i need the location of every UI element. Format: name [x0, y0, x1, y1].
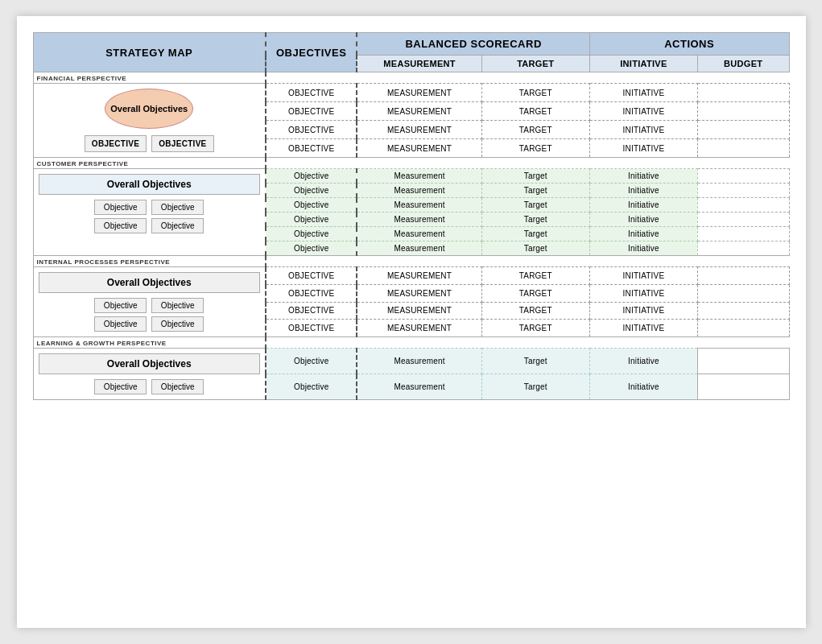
financial-row3-budget: [697, 121, 789, 139]
customer-row1-budget: [697, 169, 789, 184]
internal-row2-init: INITIATIVE: [589, 284, 697, 302]
financial-row1-tgt: TARGET: [481, 84, 589, 102]
customer-label: CUSTOMER PERSPECTIVE: [33, 158, 266, 169]
customer-row2-tgt: Target: [481, 184, 589, 198]
learning-row2-budget: [697, 374, 789, 400]
internal-row3-tgt: TARGET: [481, 302, 589, 320]
customer-obj-r1c2: Objective: [151, 200, 204, 215]
page: STRATEGY MAP OBJECTIVES BALANCED SCORECA…: [17, 16, 806, 628]
financial-row2-meas: MEASUREMENT: [357, 102, 481, 121]
internal-row4-init: INITIATIVE: [589, 320, 697, 337]
financial-row4-meas: MEASUREMENT: [357, 139, 481, 158]
customer-row5-meas: Measurement: [357, 227, 481, 242]
actions-header: ACTIONS: [589, 33, 789, 56]
financial-row2-obj: OBJECTIVE: [266, 102, 357, 121]
financial-row2-tgt: TARGET: [481, 102, 589, 121]
financial-row4-obj: OBJECTIVE: [266, 139, 357, 158]
customer-row6-budget: [697, 242, 789, 256]
internal-row4-tgt: TARGET: [481, 320, 589, 337]
internal-row2-budget: [697, 284, 789, 302]
customer-row3-tgt: Target: [481, 198, 589, 213]
financial-row3-tgt: TARGET: [481, 121, 589, 139]
strategy-map-header: STRATEGY MAP: [33, 33, 266, 72]
internal-row4-obj: OBJECTIVE: [266, 320, 357, 337]
financial-row3-obj: OBJECTIVE: [266, 121, 357, 139]
financial-row2-init: INITIATIVE: [589, 102, 697, 121]
customer-row5-init: Initiative: [589, 227, 697, 242]
learning-overall-box: Overall Objectives: [39, 353, 260, 374]
learning-obj-r1c1: Objective: [94, 379, 147, 394]
customer-row3-meas: Measurement: [357, 198, 481, 213]
learning-row1-budget: [697, 349, 789, 374]
learning-obj-r1c2: Objective: [151, 379, 204, 394]
customer-row6-meas: Measurement: [357, 242, 481, 256]
balanced-scorecard-header: BALANCED SCORECARD: [357, 33, 589, 56]
learning-row2-init: Initiative: [589, 374, 697, 400]
customer-row5-tgt: Target: [481, 227, 589, 242]
learning-label: LEARNING & GROWTH PERSPECTIVE: [33, 337, 266, 349]
customer-row5-budget: [697, 227, 789, 242]
financial-row2-budget: [697, 102, 789, 121]
financial-strategy-cell: Overall Objectives OBJECTIVE OBJECTIVE: [33, 84, 266, 158]
financial-row1-init: INITIATIVE: [589, 84, 697, 102]
financial-row1-budget: [697, 84, 789, 102]
strategy-table: STRATEGY MAP OBJECTIVES BALANCED SCORECA…: [33, 32, 790, 400]
customer-row2-budget: [697, 184, 789, 198]
customer-row1-tgt: Target: [481, 169, 589, 184]
customer-obj-r2c2: Objective: [151, 218, 204, 233]
financial-row3-meas: MEASUREMENT: [357, 121, 481, 139]
internal-row1-tgt: TARGET: [481, 267, 589, 285]
learning-row2-meas: Measurement: [357, 374, 481, 400]
customer-row2-init: Initiative: [589, 184, 697, 198]
customer-row1-meas: Measurement: [357, 169, 481, 184]
internal-row4-budget: [697, 320, 789, 337]
learning-row1-obj: Objective: [266, 349, 357, 374]
customer-overall-box: Overall Objectives: [39, 174, 260, 195]
internal-overall-box: Overall Objectives: [39, 272, 260, 293]
customer-row2-obj: Objective: [266, 184, 357, 198]
internal-row1-init: INITIATIVE: [589, 267, 697, 285]
budget-header: BUDGET: [697, 56, 789, 72]
customer-row4-meas: Measurement: [357, 213, 481, 227]
internal-obj-r2c2: Objective: [151, 316, 204, 332]
internal-row3-budget: [697, 302, 789, 320]
initiative-header: INITIATIVE: [589, 56, 697, 72]
financial-row4-budget: [697, 139, 789, 158]
customer-obj-r1c1: Objective: [94, 200, 147, 215]
objectives-header: OBJECTIVES: [266, 33, 357, 72]
internal-row2-obj: OBJECTIVE: [266, 284, 357, 302]
internal-obj-r2c1: Objective: [94, 316, 147, 332]
internal-row4-meas: MEASUREMENT: [357, 320, 481, 337]
internal-row1-obj: OBJECTIVE: [266, 267, 357, 285]
customer-row1-init: Initiative: [589, 169, 697, 184]
customer-strategy-cell: Overall Objectives Objective Objective O…: [33, 169, 266, 256]
customer-row3-budget: [697, 198, 789, 213]
internal-row1-budget: [697, 267, 789, 285]
target-header: TARGET: [481, 56, 589, 72]
customer-obj-r2c1: Objective: [94, 218, 147, 233]
internal-row3-meas: MEASUREMENT: [357, 302, 481, 320]
financial-label: FINANCIAL PERSPECTIVE: [33, 72, 266, 84]
financial-row1-obj: OBJECTIVE: [266, 84, 357, 102]
customer-row4-tgt: Target: [481, 213, 589, 227]
customer-row4-obj: Objective: [266, 213, 357, 227]
customer-row6-init: Initiative: [589, 242, 697, 256]
financial-row1-meas: MEASUREMENT: [357, 84, 481, 102]
internal-obj-r1c1: Objective: [94, 298, 147, 313]
financial-row3-init: INITIATIVE: [589, 121, 697, 139]
internal-row1-meas: MEASUREMENT: [357, 267, 481, 285]
internal-row3-init: INITIATIVE: [589, 302, 697, 320]
customer-row6-tgt: Target: [481, 242, 589, 256]
learning-row2-tgt: Target: [481, 374, 589, 400]
internal-row2-meas: MEASUREMENT: [357, 284, 481, 302]
learning-row1-init: Initiative: [589, 349, 697, 374]
financial-overall-oval: Overall Objectives: [105, 89, 193, 129]
internal-row2-tgt: TARGET: [481, 284, 589, 302]
internal-label: INTERNAL PROCESSES PERSPECTIVE: [33, 256, 266, 267]
financial-row4-init: INITIATIVE: [589, 139, 697, 158]
customer-row6-obj: Objective: [266, 242, 357, 256]
measurement-header: MEASUREMENT: [357, 56, 481, 72]
learning-strategy-cell: Overall Objectives Objective Objective: [33, 349, 266, 400]
financial-obj1: OBJECTIVE: [85, 135, 147, 152]
learning-row1-tgt: Target: [481, 349, 589, 374]
